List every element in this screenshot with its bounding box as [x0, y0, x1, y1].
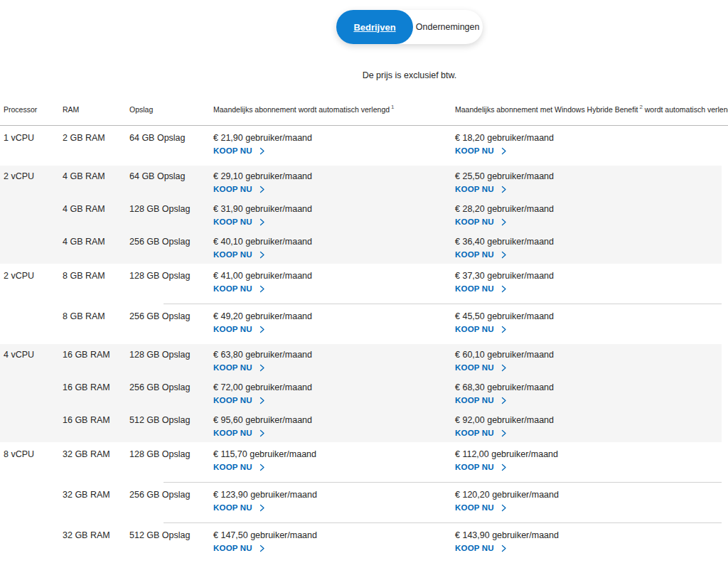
- chevron-right-icon: [500, 218, 508, 226]
- chevron-right-icon: [500, 147, 508, 155]
- plan-type-toggle-wrap: Bedrijven Ondernemingen: [91, 0, 728, 44]
- table-row: 32 GB RAM 128 GB Opslag € 115,70 gebruik…: [63, 442, 722, 482]
- buy-now-link-hybrid[interactable]: KOOP NU: [455, 543, 508, 554]
- price-hybrid: € 36,40 gebruiker/maand: [455, 237, 722, 247]
- price-hybrid-cell: € 45,50 gebruiker/maand KOOP NU: [455, 311, 722, 335]
- ram-cell: 2 GB RAM: [63, 133, 129, 156]
- buy-now-label: KOOP NU: [455, 395, 494, 406]
- chevron-right-icon: [500, 285, 508, 293]
- price-standard-cell: € 31,90 gebruiker/maand KOOP NU: [213, 204, 455, 227]
- chevron-right-icon: [258, 364, 266, 372]
- buy-now-link-hybrid[interactable]: KOOP NU: [455, 363, 508, 373]
- chevron-right-icon: [500, 186, 508, 193]
- processor-cell: 8 vCPU: [4, 442, 63, 563]
- buy-now-link-standard[interactable]: KOOP NU: [213, 428, 266, 439]
- price-hybrid: € 37,30 gebruiker/maand: [455, 271, 722, 282]
- top-section: Bedrijven Ondernemingen De prijs is excl…: [91, 0, 728, 80]
- buy-now-link-hybrid[interactable]: KOOP NU: [455, 217, 508, 227]
- processor-group: 1 vCPU 2 GB RAM 64 GB Opslag € 21,90 geb…: [0, 126, 722, 166]
- table-row: 32 GB RAM 512 GB Opslag € 147,50 gebruik…: [63, 523, 722, 563]
- price-hybrid: € 18,20 gebruiker/maand: [455, 133, 722, 144]
- buy-now-link-standard[interactable]: KOOP NU: [213, 324, 266, 335]
- price-standard-cell: € 95,60 gebruiker/maand KOOP NU: [213, 415, 455, 439]
- column-header-hybrid-label2: wordt automatisch verlengd: [645, 105, 728, 114]
- toggle-option-bedrijven[interactable]: Bedrijven: [336, 10, 412, 44]
- buy-now-link-standard[interactable]: KOOP NU: [213, 395, 266, 406]
- price-hybrid: € 68,30 gebruiker/maand: [455, 382, 722, 393]
- price-hybrid-cell: € 92,00 gebruiker/maand KOOP NU: [455, 415, 722, 439]
- column-header-hybrid-label: Maandelijks abonnement met Windows Hybri…: [455, 105, 638, 114]
- price-hybrid-cell: € 120,20 gebruiker/maand KOOP NU: [455, 490, 722, 513]
- buy-now-link-standard[interactable]: KOOP NU: [213, 184, 266, 195]
- buy-now-link-standard[interactable]: KOOP NU: [213, 284, 266, 294]
- footnote-ref-1: 1: [391, 104, 394, 110]
- buy-now-link-standard[interactable]: KOOP NU: [213, 250, 266, 260]
- price-hybrid-cell: € 37,30 gebruiker/maand KOOP NU: [455, 271, 722, 294]
- buy-now-link-hybrid[interactable]: KOOP NU: [455, 503, 508, 513]
- pricing-table: Processor RAM Opslag Maandelijks abonnem…: [0, 104, 728, 563]
- storage-cell: 64 GB Opslag: [129, 133, 213, 156]
- buy-now-link-standard[interactable]: KOOP NU: [213, 462, 266, 473]
- buy-now-link-hybrid[interactable]: KOOP NU: [455, 284, 508, 294]
- processor-cell: 4 vCPU: [4, 344, 63, 442]
- column-header-monthly: Maandelijks abonnement wordt automatisch…: [213, 104, 455, 114]
- buy-now-link-hybrid[interactable]: KOOP NU: [455, 250, 508, 260]
- buy-now-link-hybrid[interactable]: KOOP NU: [455, 146, 508, 156]
- buy-now-link-hybrid[interactable]: KOOP NU: [455, 462, 508, 473]
- buy-now-link-standard[interactable]: KOOP NU: [213, 217, 266, 227]
- ram-cell: 8 GB RAM: [63, 311, 129, 335]
- processor-cell: 2 vCPU: [4, 166, 63, 264]
- ram-cell: 4 GB RAM: [63, 204, 129, 227]
- buy-now-label: KOOP NU: [455, 428, 494, 439]
- buy-now-link-standard[interactable]: KOOP NU: [213, 503, 266, 513]
- chevron-right-icon: [500, 251, 508, 259]
- price-standard: € 115,70 gebruiker/maand: [213, 449, 455, 460]
- processor-group: 8 vCPU 32 GB RAM 128 GB Opslag € 115,70 …: [0, 442, 722, 563]
- buy-now-link-hybrid[interactable]: KOOP NU: [455, 395, 508, 406]
- storage-cell: 128 GB Opslag: [129, 271, 213, 294]
- buy-now-link-hybrid[interactable]: KOOP NU: [455, 428, 508, 439]
- price-standard-cell: € 41,00 gebruiker/maand KOOP NU: [213, 271, 455, 294]
- buy-now-link-hybrid[interactable]: KOOP NU: [455, 184, 508, 195]
- price-standard-cell: € 123,90 gebruiker/maand KOOP NU: [213, 490, 455, 513]
- buy-now-label: KOOP NU: [455, 250, 494, 260]
- price-hybrid-cell: € 68,30 gebruiker/maand KOOP NU: [455, 382, 722, 406]
- storage-cell: 64 GB Opslag: [129, 171, 213, 195]
- toggle-option-ondernemingen[interactable]: Ondernemingen: [413, 10, 483, 44]
- ram-cell: 32 GB RAM: [63, 490, 129, 513]
- buy-now-link-standard[interactable]: KOOP NU: [213, 146, 266, 156]
- processor-cell: 2 vCPU: [4, 264, 63, 344]
- price-hybrid-cell: € 36,40 gebruiker/maand KOOP NU: [455, 237, 722, 260]
- buy-now-label: KOOP NU: [455, 462, 494, 473]
- chevron-right-icon: [500, 397, 508, 404]
- price-standard: € 41,00 gebruiker/maand: [213, 271, 455, 282]
- group-rows: 16 GB RAM 128 GB Opslag € 63,80 gebruike…: [63, 344, 722, 442]
- buy-now-label: KOOP NU: [213, 462, 252, 473]
- price-hybrid: € 143,90 gebruiker/maand: [455, 530, 722, 541]
- price-hybrid-cell: € 60,10 gebruiker/maand KOOP NU: [455, 350, 722, 373]
- chevron-right-icon: [258, 147, 266, 155]
- storage-cell: 256 GB Opslag: [129, 382, 213, 406]
- chevron-right-icon: [258, 463, 266, 471]
- table-row: 16 GB RAM 512 GB Opslag € 95,60 gebruike…: [63, 409, 722, 442]
- buy-now-link-standard[interactable]: KOOP NU: [213, 543, 266, 554]
- price-hybrid-cell: € 28,20 gebruiker/maand KOOP NU: [455, 204, 722, 227]
- chevron-right-icon: [258, 429, 266, 437]
- price-hybrid-cell: € 18,20 gebruiker/maand KOOP NU: [455, 133, 722, 156]
- table-row: 8 GB RAM 256 GB Opslag € 49,20 gebruiker…: [63, 304, 722, 344]
- chevron-right-icon: [500, 429, 508, 437]
- table-row: 4 GB RAM 64 GB Opslag € 29,10 gebruiker/…: [63, 166, 722, 198]
- buy-now-label: KOOP NU: [213, 146, 252, 156]
- group-rows: 4 GB RAM 64 GB Opslag € 29,10 gebruiker/…: [63, 166, 722, 264]
- storage-cell: 128 GB Opslag: [129, 204, 213, 227]
- storage-cell: 512 GB Opslag: [129, 530, 213, 554]
- buy-now-link-standard[interactable]: KOOP NU: [213, 363, 266, 373]
- chevron-right-icon: [258, 326, 266, 333]
- price-hybrid: € 25,50 gebruiker/maand: [455, 171, 722, 182]
- processor-group: 2 vCPU 8 GB RAM 128 GB Opslag € 41,00 ge…: [0, 264, 722, 344]
- buy-now-link-hybrid[interactable]: KOOP NU: [455, 324, 508, 335]
- ram-cell: 4 GB RAM: [63, 237, 129, 260]
- buy-now-label: KOOP NU: [455, 217, 494, 227]
- price-hybrid: € 45,50 gebruiker/maand: [455, 311, 722, 322]
- table-row: 16 GB RAM 128 GB Opslag € 63,80 gebruike…: [63, 344, 722, 377]
